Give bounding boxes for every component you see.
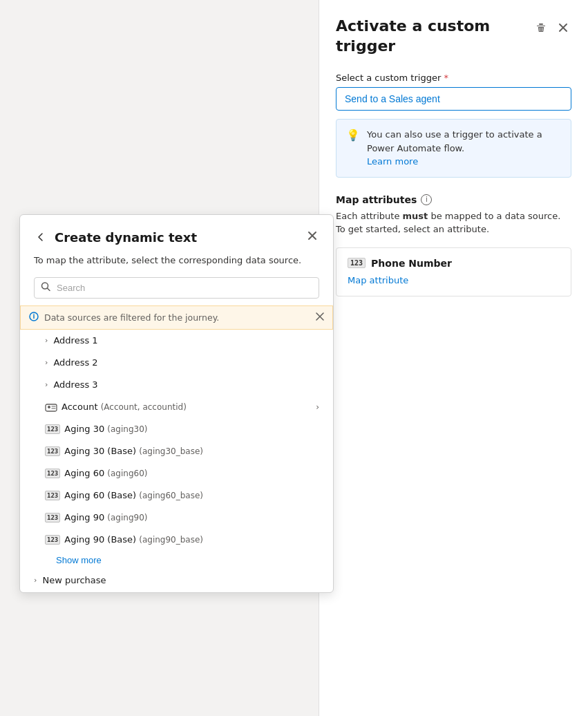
- filter-banner: Data sources are filtered for the journe…: [20, 305, 333, 330]
- num-icon: 123: [45, 446, 60, 456]
- svg-line-1: [48, 288, 50, 291]
- map-attributes-title: Map attributes: [336, 194, 417, 205]
- list-item[interactable]: › Address 2: [20, 352, 333, 374]
- num-icon: 123: [45, 513, 60, 522]
- tree-list: › Address 1 › Address 2 › Address 3 Acco…: [20, 330, 333, 592]
- list-item[interactable]: 123 Aging 30 (Base) (aging30_base): [20, 440, 333, 462]
- section-item-new-purchase[interactable]: › New purchase: [20, 569, 333, 592]
- learn-more-link[interactable]: Learn more: [367, 156, 418, 167]
- list-item[interactable]: Abc bindingid (msdynmkt_bindingid): [20, 592, 333, 592]
- num-icon: 123: [45, 469, 60, 478]
- svg-rect-5: [46, 404, 57, 411]
- attribute-card: 123 Phone Number Map attribute: [336, 247, 571, 296]
- list-item[interactable]: 123 Aging 30 (aging30): [20, 418, 333, 440]
- left-panel: Create dynamic text To map the attribute…: [19, 214, 334, 593]
- list-item[interactable]: 123 Aging 60 (aging60): [20, 462, 333, 484]
- panel-header-actions: [533, 19, 571, 36]
- chevron-right-icon: ›: [45, 336, 48, 345]
- chevron-right-icon: ›: [316, 402, 319, 412]
- back-button[interactable]: [34, 230, 48, 244]
- chevron-right-icon: ›: [45, 380, 48, 389]
- panel-title: Activate a custom trigger: [336, 17, 533, 56]
- chevron-right-icon: ›: [45, 358, 48, 367]
- map-attributes-info-icon[interactable]: i: [421, 194, 432, 205]
- left-panel-title: Create dynamic text: [55, 230, 197, 245]
- filter-close-button[interactable]: [316, 312, 324, 323]
- trigger-section-label: Select a custom trigger *: [336, 73, 571, 83]
- account-icon: [45, 402, 57, 412]
- svg-point-4: [33, 313, 35, 314]
- attribute-card-header: 123 Phone Number: [348, 258, 560, 269]
- filter-banner-text: Data sources are filtered for the journe…: [29, 312, 219, 323]
- phone-number-label: Phone Number: [371, 258, 452, 269]
- filter-info-icon: [29, 312, 39, 323]
- left-panel-header-left: Create dynamic text: [34, 230, 197, 245]
- left-panel-header: Create dynamic text: [34, 229, 319, 245]
- list-item[interactable]: › Address 3: [20, 374, 333, 396]
- delete-button[interactable]: [533, 19, 549, 36]
- list-item[interactable]: 123 Aging 90 (Base) (aging90_base): [20, 529, 333, 551]
- map-attributes-header: Map attributes i: [336, 194, 571, 205]
- num-icon: 123: [45, 535, 60, 545]
- num-icon: 123: [45, 424, 60, 434]
- lightbulb-icon: 💡: [346, 129, 360, 169]
- chevron-right-icon: ›: [34, 576, 37, 585]
- panel-header: Activate a custom trigger: [336, 17, 571, 56]
- close-left-panel-button[interactable]: [305, 229, 319, 245]
- list-item[interactable]: › Address 1: [20, 330, 333, 352]
- right-panel: Activate a custom trigger Select a custo…: [319, 0, 588, 716]
- phone-number-badge: 123: [348, 258, 366, 268]
- search-box: [34, 277, 319, 299]
- list-item[interactable]: 123 Aging 60 (Base) (aging60_base): [20, 484, 333, 507]
- info-box: 💡 You can also use a trigger to activate…: [336, 119, 571, 178]
- left-panel-desc: To map the attribute, select the corresp…: [34, 254, 319, 267]
- close-panel-button[interactable]: [555, 19, 571, 36]
- show-more-button[interactable]: Show more: [20, 551, 333, 569]
- search-icon: [41, 282, 50, 294]
- num-icon: 123: [45, 491, 60, 500]
- search-input[interactable]: [34, 277, 319, 299]
- list-item[interactable]: Account (Account, accountid) ›: [20, 396, 333, 418]
- svg-point-6: [48, 406, 50, 408]
- trigger-input[interactable]: [336, 87, 571, 111]
- map-attributes-desc: Each attribute must be mapped to a data …: [336, 209, 571, 236]
- map-attribute-link[interactable]: Map attribute: [348, 275, 408, 285]
- info-box-text: You can also use a trigger to activate a…: [367, 128, 561, 169]
- list-item[interactable]: 123 Aging 90 (aging90): [20, 507, 333, 529]
